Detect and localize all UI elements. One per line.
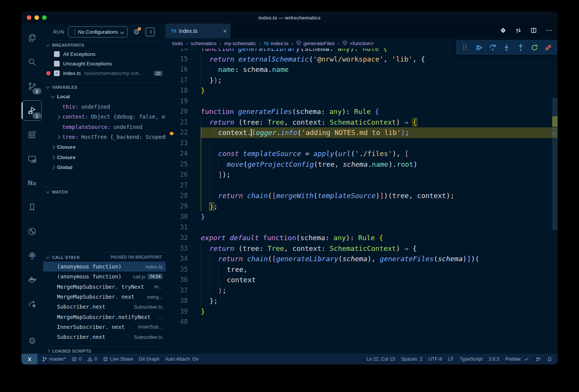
- statusbar-warnings[interactable]: 0: [87, 356, 97, 362]
- scope-row[interactable]: Closure: [43, 142, 166, 153]
- activity-item-timeline[interactable]: [23, 221, 41, 241]
- variable-row[interactable]: templateSource:undefined: [43, 122, 166, 132]
- minimize-window-button[interactable]: [34, 15, 39, 20]
- line-gutter[interactable]: 34: [166, 254, 201, 264]
- code-line[interactable]: 29};: [166, 201, 558, 212]
- variable-row[interactable]: this:undefined: [43, 102, 166, 112]
- editor-scrollbar[interactable]: [552, 49, 558, 354]
- code-line[interactable]: 36context: [166, 275, 558, 285]
- code-line[interactable]: 21return (tree: Tree, context: Schematic…: [166, 117, 558, 128]
- statusbar-remote-indicator[interactable]: [21, 354, 37, 364]
- statusbar-git-branch[interactable]: master*: [42, 356, 66, 362]
- line-gutter[interactable]: 17: [166, 75, 201, 86]
- activity-item-bookmarks[interactable]: [23, 197, 41, 217]
- debug-step-out-icon[interactable]: [516, 43, 525, 52]
- activity-item-explorer[interactable]: [23, 28, 41, 48]
- scope-row[interactable]: Global: [43, 163, 166, 173]
- call-stack-frame[interactable]: Subscriber.nextSubscriber.ts: [43, 302, 166, 312]
- call-stack-frame[interactable]: (anonymous function)index.ts: [43, 262, 166, 272]
- activity-item-docker[interactable]: [23, 270, 41, 290]
- scope-row[interactable]: Local: [43, 91, 166, 102]
- zoom-window-button[interactable]: [42, 15, 47, 20]
- line-gutter[interactable]: 19: [166, 96, 201, 107]
- debug-disconnect-icon[interactable]: [544, 43, 553, 52]
- variable-row[interactable]: tree:HostTree {_backend: ScopedH…: [43, 132, 166, 142]
- breadcrumb-item[interactable]: <function>: [342, 40, 374, 47]
- line-gutter[interactable]: 22: [166, 127, 201, 138]
- line-gutter[interactable]: 24: [166, 148, 201, 159]
- line-gutter[interactable]: 39: [166, 306, 201, 317]
- code-line[interactable]: 39}: [166, 306, 558, 317]
- activity-item-search[interactable]: [23, 52, 41, 72]
- activity-item-gitlens[interactable]: [23, 294, 41, 314]
- code-line[interactable]: 28return chain([mergeWith(templateSource…: [166, 190, 558, 201]
- debug-console-button[interactable]: [146, 28, 155, 36]
- line-gutter[interactable]: 15: [166, 54, 201, 65]
- debug-step-over-icon[interactable]: [489, 43, 497, 52]
- line-gutter[interactable]: 30: [166, 211, 201, 222]
- code-line[interactable]: 27: [166, 180, 558, 191]
- breakpoint-current-statement-icon[interactable]: [169, 129, 176, 136]
- line-gutter[interactable]: 25: [166, 159, 201, 170]
- section-header-breakpoints[interactable]: BREAKPOINTS: [43, 40, 166, 49]
- code-editor[interactable]: 14function generateLibrary(schema: any):…: [166, 49, 558, 354]
- line-gutter[interactable]: 40: [166, 317, 201, 327]
- line-gutter[interactable]: 14: [166, 49, 201, 54]
- line-gutter[interactable]: 33: [166, 243, 201, 254]
- breakpoint-checkbox[interactable]: [54, 51, 60, 57]
- call-stack-frame[interactable]: MergeMapSubscriber.notifyNext...: [43, 312, 166, 322]
- breadcrumb-item[interactable]: my-schematic: [224, 41, 256, 46]
- call-stack-frame[interactable]: Subscriber.nextSubscriber.ts: [43, 332, 166, 342]
- line-gutter[interactable]: 20: [166, 106, 201, 117]
- activity-item-source-control[interactable]: 3: [23, 76, 41, 96]
- section-header-watch[interactable]: WATCH: [43, 187, 166, 196]
- code-line[interactable]: 20function generateFiles(schema: any): R…: [166, 106, 558, 117]
- code-line[interactable]: 38};: [166, 296, 558, 306]
- code-line[interactable]: 18}: [166, 85, 558, 96]
- breakpoint-row[interactable]: ✓index.tstools/schematics/my-sch...22: [43, 68, 166, 78]
- line-gutter[interactable]: 27: [166, 180, 201, 191]
- code-line[interactable]: 17});: [166, 75, 558, 86]
- line-gutter[interactable]: 36: [166, 275, 201, 285]
- statusbar-errors[interactable]: 0: [72, 356, 81, 362]
- call-stack-frame[interactable]: InnerSubscriber._nextInnerSub...: [43, 322, 166, 332]
- statusbar-git-graph[interactable]: Git Graph: [139, 356, 159, 362]
- line-gutter[interactable]: 32: [166, 233, 201, 243]
- title-bar[interactable]: index.ts — wrkschematics: [21, 11, 558, 24]
- statusbar-encoding[interactable]: UTF-8: [428, 356, 442, 362]
- line-gutter[interactable]: 28: [166, 190, 201, 201]
- code-line[interactable]: 37);: [166, 285, 558, 296]
- breakpoint-row[interactable]: Uncaught Exceptions: [43, 59, 166, 68]
- scope-row[interactable]: Closure: [43, 152, 166, 163]
- code-line[interactable]: 23: [166, 138, 558, 149]
- statusbar-eol[interactable]: LF: [448, 356, 454, 362]
- code-line[interactable]: 35tree,: [166, 264, 558, 275]
- code-line[interactable]: 24const templateSource = apply(url('./fi…: [166, 148, 558, 159]
- activity-item-run-and-debug[interactable]: 1: [23, 100, 42, 121]
- code-line[interactable]: 15return externalSchematic('@nrwl/worksp…: [166, 54, 558, 65]
- code-line[interactable]: 22context.logger.info('adding NOTES.md t…: [166, 127, 558, 138]
- line-gutter[interactable]: 29: [166, 201, 201, 212]
- debug-step-into-icon[interactable]: [503, 43, 511, 52]
- call-stack-frame[interactable]: MergeMapSubscriber._tryNextm...: [43, 282, 166, 292]
- close-window-button[interactable]: [27, 15, 31, 20]
- line-gutter[interactable]: 18: [166, 85, 201, 96]
- call-stack-frame[interactable]: MergeMapSubscriber._nextmerg...: [43, 292, 166, 302]
- debug-restart-icon[interactable]: [530, 43, 539, 52]
- line-gutter[interactable]: 16: [166, 64, 201, 75]
- call-stack-frame[interactable]: (anonymous function)call.js74:24: [43, 272, 166, 281]
- launch-configuration-dropdown[interactable]: No Configurations: [68, 26, 128, 37]
- variable-row[interactable]: context:Object {debug: false, en…: [43, 112, 166, 122]
- code-line[interactable]: 19: [166, 96, 558, 107]
- activity-item-testing[interactable]: [23, 246, 41, 265]
- activity-item-settings[interactable]: ⚙: [23, 331, 41, 351]
- activity-item-remote-explorer[interactable]: [23, 149, 41, 169]
- line-gutter[interactable]: 35: [166, 264, 201, 275]
- breadcrumb-item[interactable]: schematics: [191, 41, 217, 46]
- breadcrumb-item[interactable]: TSindex.ts: [263, 41, 288, 46]
- line-gutter[interactable]: 37: [166, 285, 201, 296]
- activity-item-nx-console[interactable]: N≥: [23, 173, 41, 193]
- tab-index-ts[interactable]: TS index.ts ×: [166, 24, 231, 38]
- editor-action-more-actions-icon[interactable]: [546, 27, 552, 35]
- line-gutter[interactable]: 31: [166, 222, 201, 233]
